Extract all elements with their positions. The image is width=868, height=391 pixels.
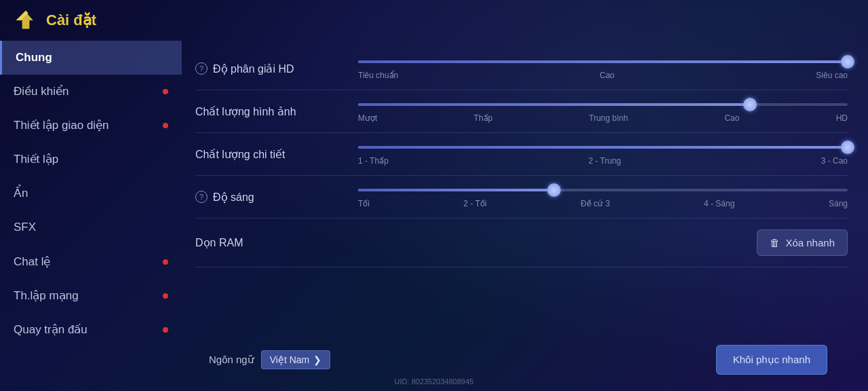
don-ram-label: Dọn RAM [195,236,243,249]
slider-labels-do-phan-giai: Tiêu chuẩn Cao Siêu cao [358,71,848,80]
xoa-nhanh-button[interactable]: 🗑 Xóa nhanh [757,229,848,256]
khoi-phuc-nhanh-button[interactable]: Khôi phục nhanh [716,345,827,375]
slider-do-phan-giai[interactable]: Tiêu chuẩn Cao Siêu cao [358,57,848,80]
notification-dot-dieu-khien [163,89,168,94]
sidebar-item-thiet-lap-giao-dien[interactable]: Thiết lập giao diện [0,109,182,143]
sidebar-label-chung: Chung [16,50,52,65]
slider-fill-do-sang [358,189,554,191]
setting-label-chat-luong-hinh-anh: Chất lượng hình ảnh [195,105,344,118]
setting-label-chat-luong-chi-tiet: Chất lượng chi tiết [195,148,344,161]
slider-labels-chat-luong-chi-tiet: 1 - Thấp 2 - Trung 3 - Cao [358,156,848,166]
sidebar-label-dieu-khien: Điều khiển [14,84,68,99]
sidebar-item-thiet-lap[interactable]: Thiết lập [0,143,182,176]
slider-track-do-sang [358,189,848,191]
khoi-phuc-label: Khôi phục nhanh [733,354,810,365]
slider-chat-luong-chi-tiet[interactable]: 1 - Thấp 2 - Trung 3 - Cao [358,143,848,166]
slider-track-wrapper-do-sang[interactable] [358,185,848,195]
sidebar-item-th-lap-mang[interactable]: Th.lập mạng [0,279,182,313]
slider-thumb-do-sang[interactable] [547,183,561,197]
slider-fill-chat-luong-hinh-anh [358,103,750,106]
slider-thumb-chat-luong-hinh-anh[interactable] [743,98,757,111]
slider-thumb-chat-luong-chi-tiet[interactable] [841,141,854,154]
sidebar-item-dieu-khien[interactable]: Điều khiển [0,75,182,109]
setting-row-chat-luong-chi-tiet: Chất lượng chi tiết 1 - Thấp 2 - Trung 3… [195,133,848,176]
slider-do-sang[interactable]: Tối 2 - Tối Đề cứ 3 4 - Sáng Sáng [358,185,848,208]
language-section: Ngôn ngữ Việt Nam ❯ [209,350,330,369]
sidebar-label-th-lap-mang: Th.lập mạng [14,288,79,303]
notification-dot-th-lap-mang [163,293,168,299]
logo-icon [14,8,38,33]
setting-row-don-ram: Dọn RAM 🗑 Xóa nhanh [195,219,848,267]
language-value: Việt Nam [270,354,310,365]
slider-track-do-phan-giai [358,60,848,63]
main-layout: Chung Điều khiển Thiết lập giao diện Thi… [0,41,868,391]
sidebar-item-an[interactable]: Ẩn [0,176,182,210]
help-icon-do-phan-giai: ? [195,62,208,75]
language-badge[interactable]: Việt Nam ❯ [261,350,331,369]
slider-fill-do-phan-giai [358,60,848,63]
sidebar-label-thiet-lap-giao-dien: Thiết lập giao diện [14,118,109,133]
slider-fill-chat-luong-chi-tiet [358,146,848,149]
slider-track-wrapper-chat-luong-hinh-anh[interactable] [358,100,848,109]
sidebar-label-an: Ẩn [14,186,28,201]
sidebar-label-quay-tran-dau: Quay trận đấu [14,322,87,337]
slider-track-wrapper-chat-luong-chi-tiet[interactable] [358,143,848,152]
notification-dot-thiet-lap-giao-dien [163,123,168,128]
uid-text: UID: 802352034808945 [395,377,474,386]
sidebar-item-sfx[interactable]: SFX [0,210,182,244]
setting-label-do-sang: ? Độ sáng [195,191,344,204]
language-arrow-icon: ❯ [313,354,321,365]
sidebar-label-chat-le: Chat lệ [14,255,50,269]
setting-row-do-phan-giai: ? Độ phân giải HD Tiêu chuẩn Cao Siêu ca… [195,48,848,90]
sidebar: Chung Điều khiển Thiết lập giao diện Thi… [0,41,182,391]
app-container: Cài đặt Chung Điều khiển Thiết lập giao … [0,0,868,391]
slider-chat-luong-hinh-anh[interactable]: Mượt Thấp Trung bình Cao HD [358,100,848,123]
sidebar-item-chung[interactable]: Chung [0,41,182,75]
help-icon-do-sang: ? [195,191,208,203]
trash-icon: 🗑 [770,237,780,248]
slider-track-chat-luong-hinh-anh [358,103,848,106]
language-label: Ngôn ngữ [209,354,254,366]
header: Cài đặt [0,0,868,41]
slider-track-wrapper-do-phan-giai[interactable] [358,57,848,67]
sidebar-item-quay-tran-dau[interactable]: Quay trận đấu [0,313,182,347]
sidebar-label-thiet-lap: Thiết lập [14,152,58,167]
footer-area: Ngôn ngữ Việt Nam ❯ Khôi phục nhanh [195,335,848,384]
setting-label-do-phan-giai: ? Độ phân giải HD [195,62,344,75]
sidebar-label-sfx: SFX [14,220,36,235]
setting-row-do-sang: ? Độ sáng Tối 2 - Tối Đề cứ 3 4 - S [195,176,848,219]
slider-track-chat-luong-chi-tiet [358,146,848,149]
slider-labels-do-sang: Tối 2 - Tối Đề cứ 3 4 - Sáng Sáng [358,199,848,208]
xoa-nhanh-label: Xóa nhanh [785,237,835,248]
notification-dot-chat-le [163,259,168,265]
slider-thumb-do-phan-giai[interactable] [841,55,854,69]
slider-labels-chat-luong-hinh-anh: Mượt Thấp Trung bình Cao HD [358,113,848,123]
content-area: ? Độ phân giải HD Tiêu chuẩn Cao Siêu ca… [182,41,868,391]
sidebar-item-chat-le[interactable]: Chat lệ [0,245,182,279]
app-title: Cài đặt [46,12,96,29]
notification-dot-quay-tran-dau [163,327,168,333]
setting-row-chat-luong-hinh-anh: Chất lượng hình ảnh Mượt Thấp Trung bình… [195,90,848,133]
